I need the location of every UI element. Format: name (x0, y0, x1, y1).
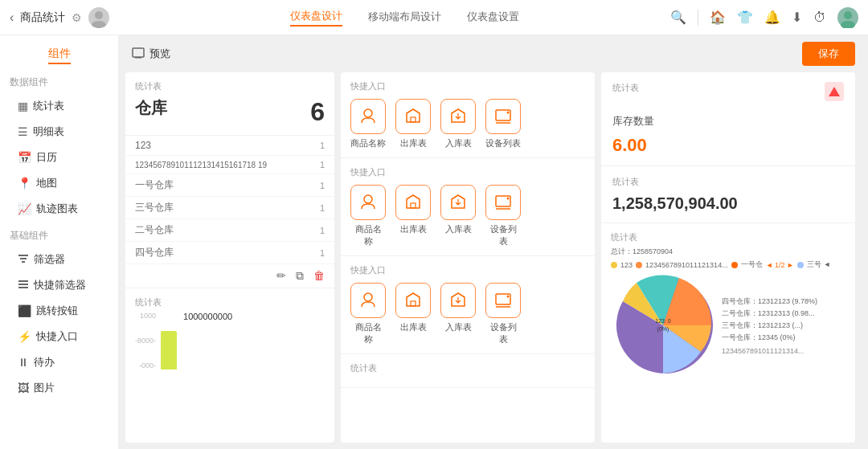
nav-left: ‹ 商品统计 ⚙ (10, 7, 138, 28)
chart-title: 统计表 (135, 296, 325, 308)
search-icon[interactable]: 🔍 (670, 10, 686, 25)
warehouse-row-2: 123456789101112131415161718 19 1 (125, 156, 334, 174)
right-col-scroll[interactable]: 统计表 库存数量 6.00 统计表 1,258,570,904.00 (601, 72, 855, 443)
svg-rect-8 (18, 284, 28, 285)
bar-chart: 1000 -8000- -000- 1000000000 (135, 312, 325, 369)
qe-item-outbound3[interactable]: 出库表 (395, 283, 431, 345)
qe-item-device3[interactable]: 设备列表 (485, 283, 521, 345)
bell-icon[interactable]: 🔔 (764, 10, 780, 25)
qe-item-outbound[interactable]: 出库表 (395, 99, 431, 149)
top-nav: ‹ 商品统计 ⚙ 仪表盘设计 移动端布局设计 仪表盘设置 🔍 🏠 👕 🔔 ⬇ ⏱ (0, 0, 868, 35)
sidebar-item-calendar[interactable]: 📅 日历 (5, 145, 113, 169)
image-icon: 🖼 (18, 382, 29, 394)
sidebar-item-todo[interactable]: ⏸ 待办 (5, 350, 113, 374)
warehouse-row-3: 一号仓库 1 (125, 174, 334, 197)
inbound2-icon-box (440, 185, 476, 220)
qe-title-3: 快捷入口 (350, 264, 585, 276)
nav-tabs: 仪表盘设计 移动端布局设计 仪表盘设置 (138, 9, 670, 27)
qe-item-device-list[interactable]: 设备列表 (485, 99, 521, 149)
sidebar: 组件 数据组件 ▦ 统计表 ☰ 明细表 📅 日历 📍 地图 📈 轨迹图表 基础组… (0, 35, 119, 449)
sidebar-tab-components: 组件 (0, 42, 118, 69)
large-value: 1,258,570,904.00 (612, 194, 844, 213)
svg-rect-5 (20, 258, 27, 259)
sidebar-item-quick-filter[interactable]: 快捷筛选器 (5, 273, 113, 297)
stats-widget-bottom: 统计表 (341, 354, 595, 388)
legend-nav[interactable]: ◄ 1/2 ► (766, 261, 794, 269)
quick-filter-icon (18, 279, 29, 292)
svg-rect-13 (411, 117, 416, 122)
sidebar-item-label: 日历 (36, 150, 57, 165)
home-icon[interactable]: 🏠 (710, 10, 726, 25)
pie-list: 四号仓库：12312123 (9.78%) 二号仓库：12312313 (0.9… (722, 296, 845, 355)
warehouse-val: 1 (320, 160, 325, 169)
sidebar-item-filter[interactable]: 筛选器 (5, 247, 113, 271)
svg-point-0 (95, 11, 103, 19)
tab-mobile-layout[interactable]: 移动端布局设计 (368, 10, 441, 26)
nav-divider (698, 10, 698, 26)
sidebar-item-image[interactable]: 🖼 图片 (5, 376, 113, 400)
product-icon-box (350, 99, 386, 134)
legend-label-3: 三号 ◄ (807, 259, 830, 270)
qe-item-inbound[interactable]: 入库表 (440, 99, 476, 149)
clock-icon[interactable]: ⏱ (813, 10, 826, 25)
sidebar-item-label: 明细表 (33, 124, 64, 139)
svg-point-12 (364, 109, 372, 117)
shirt-icon[interactable]: 👕 (737, 10, 753, 25)
qe-item-outbound2[interactable]: 出库表 (395, 185, 431, 247)
svg-rect-23 (411, 301, 416, 306)
tab-dashboard-design[interactable]: 仪表盘设计 (290, 9, 342, 27)
inbound-icon-box (440, 99, 476, 134)
sidebar-item-map[interactable]: 📍 地图 (5, 171, 113, 195)
sidebar-item-label: 快捷入口 (36, 329, 78, 344)
qe-icons-1: 商品名称 出库表 (350, 99, 585, 149)
device2-icon-box (485, 185, 521, 220)
svg-rect-4 (18, 255, 28, 256)
main-layout: 组件 数据组件 ▦ 统计表 ☰ 明细表 📅 日历 📍 地图 📈 轨迹图表 基础组… (0, 35, 868, 449)
svg-rect-10 (133, 48, 144, 57)
warehouse-row-1: 123 1 (125, 136, 334, 156)
legend-label-1: 一号仓 (741, 259, 763, 270)
warehouse-heading: 仓库 (135, 97, 167, 119)
qe-item-product3[interactable]: 商品名称 (350, 283, 386, 345)
sidebar-item-jump-button[interactable]: ⬛ 跳转按钮 (5, 299, 113, 323)
preview-label: 预览 (132, 47, 170, 62)
middle-col-scroll[interactable]: 快捷入口 商品名称 (341, 72, 595, 443)
device3-icon-box (485, 283, 521, 318)
quick-entry-3: 快捷入口 商品名称 (341, 256, 595, 354)
qe-label: 设备列表 (489, 321, 518, 345)
copy-icon[interactable]: ⧉ (296, 269, 304, 283)
warehouse-count: 6 (310, 97, 325, 127)
qe-label: 出库表 (400, 321, 427, 333)
qe-item-inbound3[interactable]: 入库表 (440, 283, 476, 345)
qe-label: 入库表 (445, 321, 472, 333)
pie-legend: 123 1234567891011121314... 一号仓 ◄ 1/2 ► 三… (611, 259, 845, 270)
detail-table-icon: ☰ (18, 125, 28, 138)
qe-label: 出库表 (400, 223, 427, 235)
download-icon[interactable]: ⬇ (792, 10, 802, 25)
quick-entry-1: 快捷入口 商品名称 (341, 72, 595, 158)
qe-label: 出库表 (400, 137, 427, 149)
bar-value: 1000000000 (180, 312, 232, 321)
left-col-scroll[interactable]: 统计表 仓库 6 123 1 1234567891011121314151617… (125, 72, 334, 443)
pie-chart-card: 统计表 总计：1258570904 123 123456789101112131… (601, 223, 855, 386)
qe-item-device2[interactable]: 设备列表 (485, 185, 521, 247)
sidebar-item-label: 快捷筛选器 (34, 278, 86, 292)
back-icon[interactable]: ‹ (10, 10, 14, 25)
gear-icon[interactable]: ⚙ (72, 11, 82, 24)
tab-dashboard-settings[interactable]: 仪表盘设置 (467, 10, 519, 26)
delete-icon[interactable]: 🗑 (313, 269, 325, 283)
sidebar-item-track-chart[interactable]: 📈 轨迹图表 (5, 197, 113, 221)
edit-icon[interactable]: ✏ (276, 269, 286, 283)
qe-title-1: 快捷入口 (350, 80, 585, 92)
quick-entry-icon: ⚡ (18, 330, 31, 343)
page-title: 商品统计 (20, 10, 65, 25)
qe-item-product2[interactable]: 商品名称 (350, 185, 386, 247)
sidebar-item-detail-table[interactable]: ☰ 明细表 (5, 120, 113, 144)
save-button[interactable]: 保存 (802, 42, 855, 66)
sidebar-item-quick-entry[interactable]: ⚡ 快捷入口 (5, 325, 113, 349)
qe-item-inbound2[interactable]: 入库表 (440, 185, 476, 247)
sidebar-item-stats-table[interactable]: ▦ 统计表 (5, 94, 113, 118)
svg-point-22 (364, 293, 372, 301)
legend-dot-1 (731, 262, 738, 268)
qe-item-product[interactable]: 商品名称 (350, 99, 386, 149)
